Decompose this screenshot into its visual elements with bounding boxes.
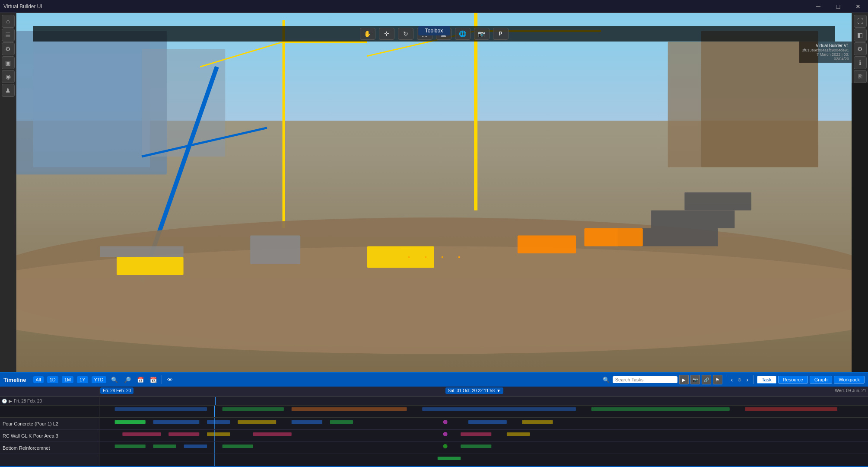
tab-workpack[interactable]: Workpack: [834, 376, 865, 384]
task-column-header: [0, 389, 99, 394]
svg-point-59: [443, 444, 448, 448]
svg-rect-48: [169, 432, 199, 436]
mini-chart-area: [99, 406, 868, 417]
site-overlay: [16, 85, 852, 372]
svg-rect-31: [223, 407, 284, 411]
info-right-button[interactable]: ℹ: [854, 56, 867, 69]
svg-rect-56: [153, 445, 176, 448]
settings-right-button[interactable]: ⚙: [854, 42, 867, 55]
tab-resource[interactable]: Resource: [778, 376, 808, 384]
calendar-button[interactable]: 📅: [136, 375, 145, 384]
tab-task[interactable]: Task: [757, 376, 776, 384]
globe-tool-button[interactable]: 🌐: [455, 28, 471, 40]
selected-date-arrow: ▼: [496, 388, 501, 393]
panorama-tool-button[interactable]: P: [493, 28, 509, 40]
zoom-in-button[interactable]: 🔍: [110, 375, 119, 384]
table-row: [0, 442, 868, 454]
table-row: [0, 454, 868, 466]
task-bar-area-4: [99, 454, 868, 466]
eye-tool-button[interactable]: ◉: [2, 70, 15, 83]
timeline-header: Timeline All 1D 1M 1Y YTD 🔍 🔎 📅 📆 👁 🔍 ▶ …: [0, 373, 868, 387]
app-title: Virtual Builder UI: [0, 3, 808, 10]
camera-tool-button[interactable]: 📷: [474, 28, 490, 40]
task-bars-svg-1: [99, 418, 868, 429]
svg-rect-58: [223, 445, 253, 448]
3d-viewport[interactable]: Toolbox ✋ ✛ ↻ ⬚ ▣ 🌐 📷 P Virtual Builder …: [16, 13, 852, 372]
table-row: [0, 418, 868, 430]
task-bars-svg-3: [99, 442, 868, 454]
svg-point-43: [443, 420, 448, 424]
svg-rect-35: [745, 407, 837, 411]
hand-tool-button[interactable]: ✋: [360, 28, 375, 40]
task-input-1[interactable]: [3, 421, 96, 426]
play-icon: ▶: [9, 399, 12, 403]
layers-right-button[interactable]: ◧: [854, 29, 867, 42]
table-row: [0, 430, 868, 442]
filter-button[interactable]: ⚑: [713, 375, 722, 384]
right-toolbar: ⛶ ◧ ⚙ ℹ ⎘: [852, 13, 868, 83]
mini-task-col: [0, 406, 99, 417]
info-line3: 7 March 2022 | 03:: [802, 52, 849, 57]
tab-graph[interactable]: Graph: [810, 376, 833, 384]
toolbox-label: Toolbox: [425, 28, 443, 34]
svg-rect-62: [438, 457, 461, 460]
separator3: [753, 375, 754, 384]
selected-date-text: Sat. 31 Oct. 20 22:11:58: [448, 388, 495, 393]
1d-view-button[interactable]: 1D: [47, 376, 58, 383]
svg-rect-52: [461, 432, 491, 436]
minimize-button[interactable]: ─: [808, 0, 828, 13]
top-right-info: Virtual Builder V1 3f813e6cb04a1fc9004de…: [799, 42, 852, 63]
task-label-2: [0, 430, 99, 441]
1m-view-button[interactable]: 1M: [62, 376, 73, 383]
search-input[interactable]: [613, 376, 677, 383]
svg-rect-47: [122, 432, 161, 436]
svg-rect-30: [115, 407, 207, 411]
rotate-tool-button[interactable]: ↻: [398, 28, 413, 40]
ytd-view-button[interactable]: YTD: [92, 376, 106, 383]
zoom-out-button[interactable]: 🔎: [123, 375, 132, 384]
expand-right-button[interactable]: ⛶: [854, 15, 867, 28]
task-input-2[interactable]: [3, 433, 96, 438]
all-view-button[interactable]: All: [33, 376, 44, 383]
timeline-playhead-row: 🕐 ▶ Fri. 28 Feb. 20: [0, 397, 868, 406]
view-tabs: Task Resource Graph Workpack: [757, 376, 865, 384]
video-filter-button[interactable]: ▶: [679, 375, 689, 384]
svg-rect-49: [207, 432, 230, 436]
task-input-4[interactable]: [3, 457, 96, 463]
svg-rect-37: [115, 420, 146, 424]
calendar2-button[interactable]: 📆: [149, 375, 158, 384]
task-bar-area-1: [99, 418, 868, 429]
link-filter-button[interactable]: 🔗: [702, 375, 711, 384]
task-bar-area-2: [99, 430, 868, 441]
1y-view-button[interactable]: 1Y: [77, 376, 88, 383]
svg-rect-44: [468, 420, 507, 424]
settings-tool-button[interactable]: ⚙: [2, 42, 15, 55]
svg-rect-33: [422, 407, 576, 411]
hide-button[interactable]: 👁: [165, 375, 175, 384]
task-label-4: [0, 454, 99, 466]
task-bars-svg-2: [99, 430, 868, 441]
task-label-1: [0, 418, 99, 429]
image-tool-button[interactable]: ▣: [2, 56, 15, 69]
home-tool-button[interactable]: ⌂: [2, 15, 15, 28]
date-bar: Fri. 28 Feb. 20 Sat. 31 Oct. 20 22:11:58…: [99, 387, 868, 397]
layers-tool-button[interactable]: ☰: [2, 29, 15, 42]
viewport-background: Toolbox ✋ ✛ ↻ ⬚ ▣ 🌐 📷 P Virtual Builder …: [16, 13, 852, 372]
camera-filter-button[interactable]: 📷: [690, 375, 700, 384]
crosshair-tool-button[interactable]: ✛: [379, 28, 394, 40]
svg-rect-53: [507, 432, 530, 436]
svg-rect-40: [238, 420, 276, 424]
task-input-3[interactable]: [3, 445, 96, 451]
current-date-badge: Fri. 28 Feb. 20: [100, 387, 134, 394]
svg-line-7: [200, 42, 283, 67]
person-tool-button[interactable]: ♟: [2, 84, 15, 97]
timeline-mini-chart: [0, 406, 868, 418]
timeline-title: Timeline: [3, 377, 26, 383]
timeline-prev-button[interactable]: ‹: [730, 376, 734, 383]
maximize-button[interactable]: □: [828, 0, 848, 13]
link-right-button[interactable]: ⎘: [854, 70, 867, 83]
info-line1: Virtual Builder V1: [802, 43, 849, 48]
timeline-next-button[interactable]: ›: [745, 376, 750, 383]
close-button[interactable]: ✕: [848, 0, 868, 13]
selected-date-badge: Sat. 31 Oct. 20 22:11:58 ▼: [445, 387, 503, 394]
